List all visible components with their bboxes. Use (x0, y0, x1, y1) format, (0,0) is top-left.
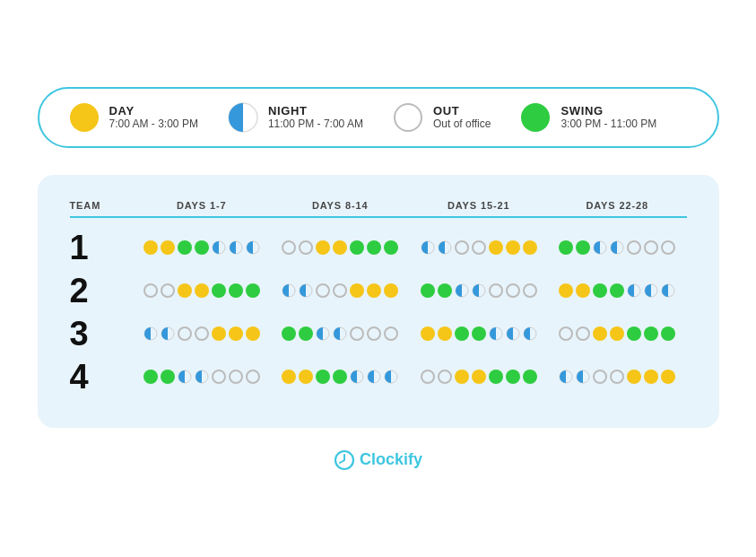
header-team: TEAM (70, 200, 133, 211)
green-dot (489, 370, 503, 384)
green-dot (506, 370, 520, 384)
swing-icon (519, 101, 552, 134)
day-dot (455, 370, 469, 384)
shift-cell (133, 370, 272, 384)
night-dot (627, 283, 641, 298)
shift-cell (271, 370, 410, 384)
night-dot (610, 240, 624, 255)
day-dot (316, 240, 330, 255)
green-dot (178, 240, 192, 255)
night-dot (316, 326, 330, 341)
out-time: Out of office (433, 117, 491, 130)
shift-cell (548, 283, 687, 298)
day-dot (438, 326, 452, 341)
out-dot (195, 326, 209, 341)
day-dot (333, 240, 347, 255)
shift-cell (410, 283, 549, 298)
out-dot (246, 370, 260, 384)
schedule-container: TEAM DAYS 1-7 DAYS 8-14 DAYS 15-21 DAYS … (38, 175, 719, 428)
out-dot (455, 240, 469, 255)
day-dot (661, 370, 675, 384)
night-dot (559, 370, 573, 384)
day-dot (523, 240, 537, 255)
night-time: 11:00 PM - 7:00 AM (268, 117, 363, 130)
night-dot (282, 283, 296, 298)
green-dot (610, 283, 624, 298)
out-dot (610, 370, 624, 384)
header-days-8-14: DAYS 8-14 (271, 200, 410, 211)
shift-cell (133, 240, 272, 255)
out-label: OUT (433, 104, 491, 117)
green-dot (229, 283, 243, 298)
day-dot (350, 283, 364, 298)
legend-night: NIGHT 11:00 PM - 7:00 AM (227, 101, 363, 134)
out-dot (143, 283, 158, 298)
out-dot (576, 326, 590, 341)
schedule-header: TEAM DAYS 1-7 DAYS 8-14 DAYS 15-21 DAYS … (70, 200, 687, 211)
shift-cell (271, 283, 410, 298)
green-dot (438, 283, 452, 298)
out-dot (282, 240, 296, 255)
swing-time: 3:00 PM - 11:00 PM (560, 117, 656, 130)
day-dot (506, 240, 520, 255)
brand-name: Clockify (360, 450, 422, 469)
night-dot (143, 326, 158, 341)
schedule-rows: 1 2 (70, 231, 687, 394)
day-dot (559, 283, 573, 298)
shift-cell (271, 240, 410, 255)
day-label: DAY (109, 104, 198, 117)
green-dot (367, 240, 381, 255)
night-dot (161, 326, 175, 341)
night-dot (472, 283, 486, 298)
night-dot (576, 370, 590, 384)
day-dot (384, 283, 398, 298)
night-dot (212, 240, 226, 255)
out-dot (212, 370, 226, 384)
table-row: 4 (70, 360, 687, 394)
out-dot (627, 240, 641, 255)
day-dot (489, 240, 503, 255)
out-dot (644, 240, 658, 255)
svg-point-3 (521, 103, 550, 132)
green-dot (644, 326, 658, 341)
day-dot (421, 326, 435, 341)
legend-swing: SWING 3:00 PM - 11:00 PM (519, 101, 656, 134)
shift-cell (410, 240, 549, 255)
night-dot (350, 370, 364, 384)
night-dot (644, 283, 658, 298)
clockify-icon (334, 449, 355, 471)
night-dot (384, 370, 398, 384)
green-dot (161, 370, 175, 384)
night-dot (506, 326, 520, 341)
night-dot (246, 240, 260, 255)
out-dot (367, 326, 381, 341)
day-dot (195, 283, 209, 298)
green-dot (421, 283, 435, 298)
team-number: 4 (70, 360, 133, 394)
out-dot (350, 326, 364, 341)
svg-point-2 (395, 104, 421, 131)
night-dot (523, 326, 537, 341)
team-number: 2 (70, 274, 133, 308)
out-dot (333, 283, 347, 298)
legend-bar: DAY 7:00 AM - 3:00 PM NIGHT 11:00 PM - 7… (38, 87, 719, 148)
out-dot (161, 283, 175, 298)
shift-cell (548, 370, 687, 384)
night-dot (178, 370, 192, 384)
out-dot (559, 326, 573, 341)
night-dot (455, 283, 469, 298)
day-time: 7:00 AM - 3:00 PM (109, 117, 198, 130)
green-dot (627, 326, 641, 341)
night-dot (489, 326, 503, 341)
shift-cell (271, 326, 410, 341)
green-dot (350, 240, 364, 255)
header-divider (70, 216, 687, 218)
header-days-22-28: DAYS 22-28 (548, 200, 687, 211)
day-dot (282, 370, 296, 384)
day-dot (212, 326, 226, 341)
day-dot (472, 370, 486, 384)
green-dot (576, 240, 590, 255)
green-dot (593, 283, 607, 298)
table-row: 1 (70, 231, 687, 265)
night-dot (421, 240, 435, 255)
